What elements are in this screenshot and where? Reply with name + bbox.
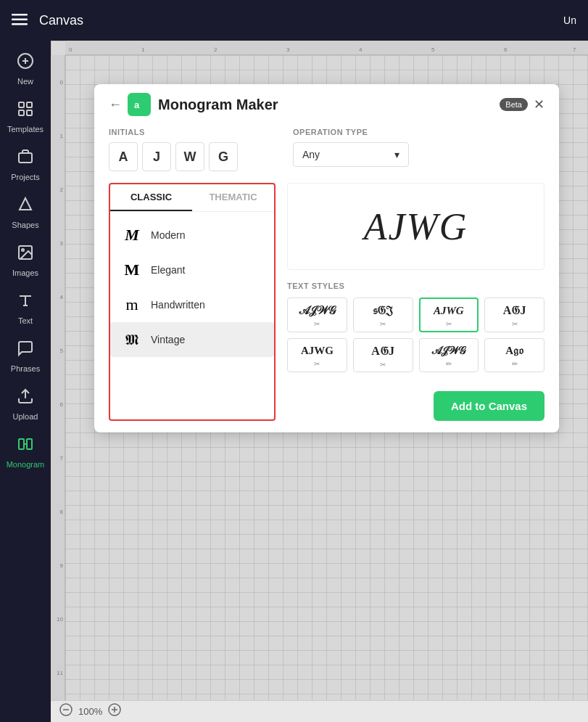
text-style-card-2[interactable]: 𝔰𝔊𝔍 ✂	[353, 298, 413, 332]
sidebar-item-projects[interactable]: Projects	[0, 142, 51, 187]
text-style-card-8[interactable]: A𝔤𝔬 ✏	[484, 338, 544, 372]
text-styles-label: TEXT STYLES	[287, 282, 544, 290]
modal-title: Monogram Maker	[158, 97, 500, 113]
text-style-card-1[interactable]: 𝒜𝒥𝒲𝒢 ✂	[287, 298, 347, 332]
modal: ← a Monogram Maker Beta ✕ INITIALS A J	[94, 84, 559, 432]
text-style-mono-6: A𝔊J	[371, 345, 394, 358]
op-type-arrow: ▾	[394, 149, 399, 160]
initial-a[interactable]: A	[109, 142, 138, 171]
handwritten-label: Handwritten	[151, 299, 205, 311]
sidebar-item-shapes-label: Shapes	[12, 221, 38, 229]
text-style-mono-2: 𝔰𝔊𝔍	[373, 304, 393, 317]
initials-row: INITIALS A J W G OPERATION TYPE Any ▾	[109, 128, 544, 171]
sidebar: New Templates Projects Shapes Images	[0, 41, 51, 722]
sidebar-item-text-label: Text	[18, 316, 33, 325]
initial-g[interactable]: G	[209, 142, 238, 171]
add-to-canvas-button[interactable]: Add to Canvas	[434, 391, 544, 421]
text-styles-grid: 𝒜𝒥𝒲𝒢 ✂ 𝔰𝔊𝔍 ✂ AJWG ✂	[287, 298, 544, 372]
style-item-elegant[interactable]: M Elegant	[110, 253, 274, 287]
handwritten-icon: m	[122, 295, 142, 315]
tab-classic[interactable]: CLASSIC	[110, 184, 192, 211]
zoom-in-button[interactable]	[108, 703, 121, 720]
initial-w[interactable]: W	[175, 142, 204, 171]
text-style-mono-5: AJWG	[301, 345, 334, 357]
tab-thematic[interactable]: THEMATIC	[192, 184, 274, 211]
modal-logo: a	[128, 93, 151, 116]
preview-monogram: AJWG	[364, 205, 468, 248]
initials-group: INITIALS A J W G	[109, 128, 238, 171]
style-item-vintage[interactable]: 𝕸 Vintage	[110, 322, 274, 357]
vintage-label: Vintage	[151, 334, 185, 345]
text-style-edit-8: ✏	[512, 360, 518, 368]
zoom-bar: 100%	[51, 700, 588, 722]
operation-type-group: OPERATION TYPE Any ▾	[293, 128, 409, 167]
style-item-handwritten[interactable]: m Handwritten	[110, 287, 274, 322]
sidebar-item-templates-label: Templates	[7, 125, 44, 134]
text-style-card-3[interactable]: AJWG ✂	[419, 298, 479, 332]
sidebar-item-templates[interactable]: Templates	[0, 94, 51, 139]
templates-icon	[17, 100, 34, 122]
svg-rect-6	[19, 102, 24, 107]
initial-j[interactable]: J	[142, 142, 171, 171]
text-style-mono-3: AJWG	[434, 305, 464, 317]
sidebar-item-upload[interactable]: Upload	[0, 382, 51, 427]
text-style-card-7[interactable]: 𝒜𝒥𝒲𝒢 ✏	[419, 338, 479, 372]
menu-icon[interactable]	[12, 12, 28, 29]
initials-label: INITIALS	[109, 128, 238, 136]
svg-rect-9	[27, 110, 32, 115]
sidebar-item-images-label: Images	[12, 268, 38, 277]
svg-point-12	[22, 249, 24, 251]
svg-rect-8	[19, 110, 24, 115]
sidebar-item-upload-label: Upload	[13, 412, 38, 421]
new-icon	[17, 52, 34, 74]
sidebar-item-images[interactable]: Images	[0, 238, 51, 283]
op-type-select[interactable]: Any ▾	[293, 142, 409, 167]
svg-rect-10	[19, 153, 32, 163]
topbar: Canvas Un	[0, 0, 588, 41]
monogram-icon	[17, 435, 34, 457]
main-layout: New Templates Projects Shapes Images	[0, 41, 588, 722]
modal-header-row: ← a Monogram Maker Beta ✕	[94, 84, 559, 116]
text-icon	[17, 292, 34, 313]
sidebar-item-monogram[interactable]: Monogram	[0, 430, 51, 475]
phrases-icon	[17, 340, 34, 361]
initials-boxes: A J W G	[109, 142, 238, 171]
svg-rect-15	[27, 439, 32, 449]
text-style-mono-8: A𝔤𝔬	[505, 345, 523, 357]
text-style-edit-2: ✂	[380, 320, 386, 328]
style-list: M Modern M Elegant m Handwritten	[110, 212, 274, 363]
sidebar-item-shapes[interactable]: Shapes	[0, 190, 51, 235]
sidebar-item-new-label: New	[17, 77, 33, 86]
sidebar-item-text[interactable]: Text	[0, 286, 51, 331]
preview-panel: AJWG TEXT STYLES 𝒜𝒥𝒲𝒢 ✂ 𝔰𝔊𝔍 ✂	[276, 183, 544, 421]
user-label: Un	[563, 15, 576, 26]
elegant-icon: M	[122, 260, 142, 280]
modal-close-button[interactable]: ✕	[534, 97, 544, 112]
text-style-edit-5: ✂	[314, 360, 320, 368]
sidebar-item-new[interactable]: New	[0, 46, 51, 91]
modern-icon: M	[122, 225, 142, 245]
app-title: Canvas	[39, 13, 83, 28]
sidebar-item-monogram-label: Monogram	[7, 460, 45, 469]
modern-label: Modern	[151, 229, 185, 241]
style-panel: CLASSIC THEMATIC M Modern M Elegant	[109, 183, 276, 421]
text-style-card-5[interactable]: AJWG ✂	[287, 338, 347, 372]
zoom-out-button[interactable]	[59, 703, 73, 720]
sidebar-item-phrases-label: Phrases	[11, 364, 40, 373]
text-style-edit-3: ✂	[446, 320, 452, 328]
projects-icon	[17, 148, 34, 170]
canvas-area: 0 1 2 3 4 5 6 7 0 1 2 3 4 5 6 7 8 9 10 1…	[51, 41, 588, 722]
sidebar-item-phrases[interactable]: Phrases	[0, 334, 51, 379]
text-style-edit-4: ✂	[512, 320, 518, 328]
svg-text:a: a	[134, 99, 140, 110]
style-item-modern[interactable]: M Modern	[110, 218, 274, 253]
sidebar-item-projects-label: Projects	[11, 173, 40, 181]
svg-rect-14	[19, 439, 24, 449]
text-style-card-4[interactable]: A𝔊J ✂	[484, 298, 544, 332]
upload-icon	[17, 387, 34, 409]
text-style-edit-7: ✏	[446, 360, 452, 368]
text-style-edit-1: ✂	[314, 320, 320, 328]
shapes-icon	[17, 196, 34, 218]
text-style-card-6[interactable]: A𝔊J ✂	[353, 338, 413, 372]
back-button[interactable]: ←	[109, 97, 122, 112]
